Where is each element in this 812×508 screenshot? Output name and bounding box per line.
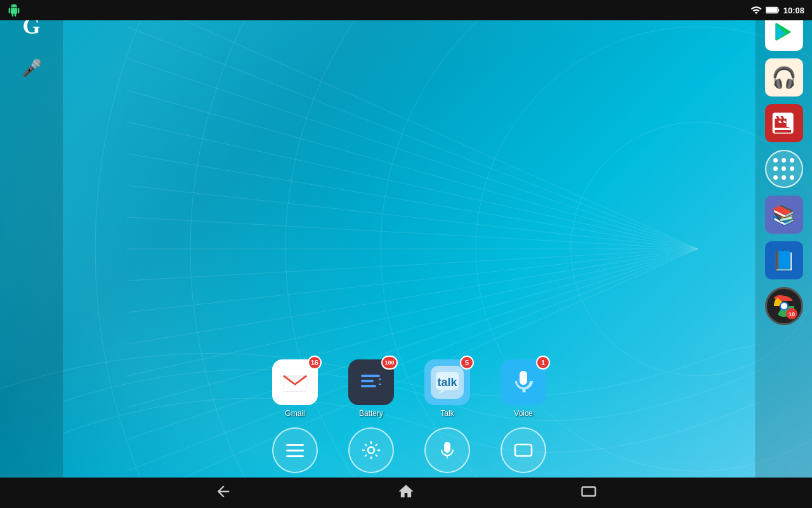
svg-line-12 xyxy=(127,249,698,281)
status-left xyxy=(8,4,20,17)
svg-rect-35 xyxy=(361,380,374,382)
gmail-app[interactable]: 16 Gmail xyxy=(266,359,324,418)
google-music-icon[interactable]: 🎧 xyxy=(765,58,803,97)
svg-line-14 xyxy=(127,249,698,344)
talk-app[interactable]: talk 5 Talk xyxy=(419,359,476,418)
svg-rect-38 xyxy=(379,384,381,385)
svg-text:10: 10 xyxy=(788,311,794,318)
svg-line-4 xyxy=(127,27,698,249)
left-panel: G 🎤 xyxy=(0,0,63,508)
svg-line-13 xyxy=(127,249,698,312)
app-drawer-icon[interactable] xyxy=(765,150,803,188)
svg-line-8 xyxy=(127,154,698,249)
google-movies-icon[interactable] xyxy=(765,104,803,142)
battery-badge: 100 xyxy=(381,356,398,370)
svg-rect-46 xyxy=(286,455,304,457)
battery-status-icon xyxy=(766,6,780,15)
svg-point-28 xyxy=(781,303,787,309)
wifi-icon xyxy=(750,4,762,16)
svg-line-3 xyxy=(127,20,698,249)
voice-badge: 1 xyxy=(536,356,550,370)
svg-rect-37 xyxy=(379,378,381,380)
svg-line-5 xyxy=(127,58,698,249)
talk-badge: 5 xyxy=(460,356,474,370)
battery-label: Battery xyxy=(359,409,383,418)
recents-button[interactable] xyxy=(580,483,598,503)
android-icon xyxy=(8,4,20,17)
talk-label: Talk xyxy=(440,409,454,418)
blue-book-icon[interactable]: 📘 xyxy=(765,241,803,279)
back-button[interactable] xyxy=(214,483,232,503)
voice-app[interactable]: 1 Voice xyxy=(495,359,552,418)
svg-rect-44 xyxy=(286,444,304,446)
status-right: 10:08 xyxy=(750,4,804,16)
svg-line-15 xyxy=(127,249,698,376)
svg-rect-48 xyxy=(515,444,532,456)
home-button[interactable] xyxy=(397,483,415,503)
svg-rect-34 xyxy=(361,375,380,377)
bookshelf-icon[interactable]: 📚 xyxy=(765,196,803,234)
svg-line-6 xyxy=(127,90,698,249)
chrome-icon[interactable]: 10 xyxy=(765,287,803,325)
svg-line-7 xyxy=(127,122,698,249)
status-bar: 10:08 xyxy=(0,0,812,20)
voice-search-left-icon[interactable]: 🎤 xyxy=(22,58,42,78)
svg-point-47 xyxy=(368,447,374,453)
svg-rect-45 xyxy=(286,450,304,451)
clock: 10:08 xyxy=(783,6,804,15)
svg-rect-49 xyxy=(582,487,596,496)
right-panel: 🎧 📚 📘 xyxy=(755,0,812,508)
svg-line-9 xyxy=(127,185,698,249)
nav-bar xyxy=(0,478,812,508)
gmail-badge: 16 xyxy=(308,356,322,370)
svg-line-10 xyxy=(127,217,698,249)
gmail-label: Gmail xyxy=(285,409,304,418)
svg-text:talk: talk xyxy=(437,376,457,389)
svg-rect-36 xyxy=(361,385,376,387)
svg-rect-2 xyxy=(766,8,777,12)
voice-label: Voice xyxy=(514,409,532,418)
dock-row-1: 16 Gmail 100 Battery xyxy=(266,359,552,418)
svg-rect-1 xyxy=(778,9,779,12)
battery-app[interactable]: 100 Battery xyxy=(343,359,400,418)
